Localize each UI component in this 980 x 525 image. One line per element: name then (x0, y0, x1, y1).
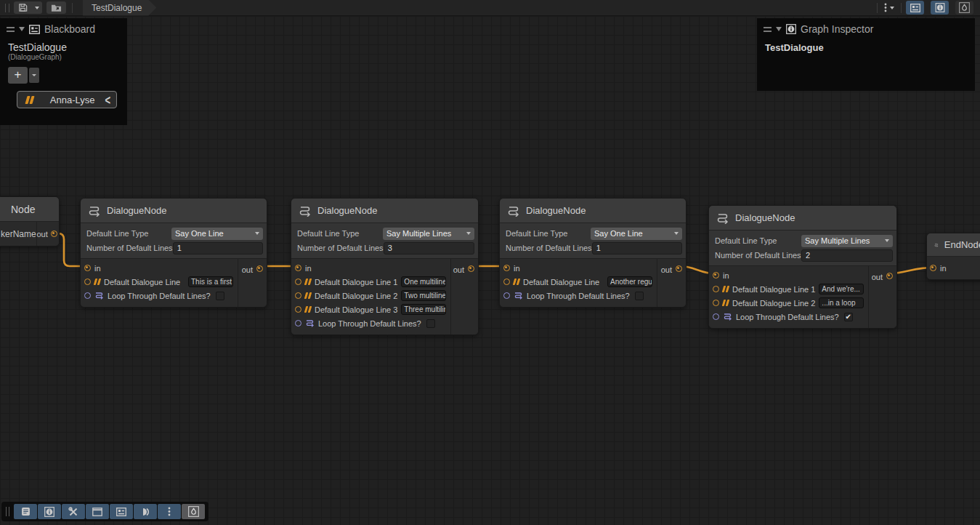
output-port[interactable] (256, 265, 263, 272)
node-title[interactable]: DialogueNode (709, 206, 896, 231)
input-port[interactable] (295, 265, 301, 271)
graph-inspector-panel[interactable]: Graph Inspector TestDialogue (757, 18, 975, 91)
dialogue-line-field[interactable]: This is a first (188, 276, 233, 287)
node-title[interactable]: DialogueNode (81, 199, 267, 223)
inspector-graph-name: TestDialogue (758, 38, 974, 53)
num-lines-field[interactable]: 1 (173, 242, 263, 255)
input-port[interactable] (713, 286, 719, 292)
open-asset-button[interactable] (46, 1, 66, 14)
blackboard-panel[interactable]: Blackboard TestDialogue (DialogueGraph) … (0, 18, 127, 125)
drag-handle-icon[interactable] (764, 27, 772, 32)
loop-input-port[interactable] (295, 320, 301, 326)
dialogue-node[interactable]: DialogueNode Default Line Type Say Multi… (291, 198, 479, 335)
loop-input-port[interactable] (84, 292, 91, 299)
input-port[interactable] (84, 265, 91, 271)
add-variable-button[interactable]: + (8, 67, 28, 84)
flame-toggle-button[interactable] (955, 1, 973, 15)
collapse-arrow-icon[interactable] (19, 27, 25, 31)
loop-row: Loop Through Default Lines? (295, 316, 450, 330)
output-port[interactable] (886, 273, 893, 279)
loop-input-port[interactable] (713, 313, 719, 320)
collapse-arrow-icon[interactable] (776, 27, 782, 31)
dialogue-line-field[interactable]: ...in a loop (819, 297, 864, 308)
toolbar-drag-handle[interactable] (6, 507, 9, 516)
num-lines-field[interactable]: 2 (801, 249, 893, 262)
input-port[interactable] (713, 300, 719, 306)
input-port[interactable] (295, 278, 301, 285)
input-port[interactable] (503, 265, 510, 271)
dialogue-node[interactable]: DialogueNode Default Line Type Say One L… (80, 198, 267, 308)
quote-icon (26, 96, 33, 104)
dialogue-line-field[interactable]: Three multilin (401, 304, 446, 315)
graph-inspector-header[interactable]: Graph Inspector (758, 19, 974, 38)
dialogue-line-row: Default Dialogue Line 2 ...in a loop (713, 296, 868, 310)
loop-checkbox[interactable] (635, 292, 644, 300)
blackboard-toggle-button[interactable] (906, 1, 924, 15)
input-port[interactable] (930, 265, 936, 271)
save-button[interactable] (14, 1, 32, 14)
info-toggle-button[interactable] (38, 504, 61, 519)
loop-input-port[interactable] (503, 292, 510, 299)
graph-canvas[interactable]: Blackboard TestDialogue (DialogueGraph) … (0, 16, 980, 525)
speaker-node-partial[interactable]: Node kerName out (0, 196, 60, 247)
toolbar-separator (72, 3, 73, 13)
node-properties: Default Line Type Say Multiple Lines Num… (709, 231, 896, 266)
dialogue-line-row: Default Dialogue Line 3 Three multilin (295, 302, 450, 316)
node-title[interactable]: Node (0, 197, 59, 222)
line-type-dropdown[interactable]: Say Multiple Lines (801, 235, 893, 247)
window-toggle-button[interactable] (86, 504, 109, 519)
dialogue-line-row: Default Dialogue Line 1 One multiline (295, 275, 450, 289)
playback-toggle-button[interactable] (134, 504, 157, 519)
node-ports: in Default Dialogue Line Another regu Lo… (500, 259, 686, 307)
options-button[interactable] (158, 504, 181, 519)
folder-open-icon (51, 4, 62, 12)
input-port[interactable] (713, 272, 719, 278)
graph-tab[interactable]: TestDialogue (83, 0, 156, 16)
toolbar-drag-handle[interactable] (5, 4, 9, 12)
input-port[interactable] (84, 278, 91, 285)
property-label: Default Line Type (297, 229, 383, 238)
input-port[interactable] (295, 306, 301, 313)
collapse-chevron-icon[interactable]: < (105, 92, 110, 108)
blackboard-title: Blackboard (44, 23, 95, 35)
node-title[interactable]: DialogueNode (291, 199, 478, 223)
output-port[interactable] (468, 265, 474, 272)
dialogue-node[interactable]: DialogueNode Default Line Type Say Multi… (708, 205, 897, 329)
blackboard-variable-anna-lyse[interactable]: Anna-Lyse < (17, 91, 117, 108)
console-toggle-button[interactable] (14, 504, 37, 519)
port-label: out (872, 273, 883, 281)
save-options-button[interactable] (32, 1, 42, 14)
num-lines-field[interactable]: 1 (592, 242, 682, 255)
flame-toggle-button[interactable] (182, 504, 205, 519)
loop-checkbox[interactable]: ✔ (844, 313, 853, 321)
blackboard-header[interactable]: Blackboard (1, 19, 126, 38)
loop-checkbox[interactable] (216, 292, 224, 300)
output-port[interactable] (51, 231, 57, 237)
blackboard-toggle-button[interactable] (110, 504, 133, 519)
graph-inspector-toggle-button[interactable] (931, 1, 949, 15)
end-node[interactable]: EndNode in (926, 233, 980, 280)
dialogue-line-field[interactable]: One multiline (401, 276, 446, 287)
input-port[interactable] (503, 278, 510, 285)
node-properties: Default Line Type Say One Line Number of… (81, 223, 267, 259)
node-title[interactable]: EndNode (927, 233, 980, 257)
add-variable-options-button[interactable] (29, 68, 39, 83)
drag-handle-icon[interactable] (7, 27, 15, 32)
num-lines-field[interactable]: 3 (384, 242, 474, 255)
loop-checkbox[interactable] (426, 319, 435, 328)
kebab-icon (884, 3, 887, 12)
flame-icon (959, 2, 970, 13)
dialogue-line-field[interactable]: Another regu (607, 276, 652, 287)
node-title[interactable]: DialogueNode (500, 199, 686, 223)
line-type-dropdown[interactable]: Say One Line (591, 228, 682, 240)
graph-options-button[interactable] (882, 3, 896, 12)
dialogue-line-field[interactable]: And we're... (819, 284, 864, 294)
tools-toggle-button[interactable] (62, 504, 85, 519)
input-port[interactable] (295, 292, 301, 299)
output-port[interactable] (676, 265, 682, 272)
dialogue-flow-icon (716, 212, 729, 224)
line-type-dropdown[interactable]: Say Multiple Lines (383, 228, 474, 240)
line-type-dropdown[interactable]: Say One Line (171, 228, 263, 240)
dialogue-line-field[interactable]: Two multiline (401, 290, 446, 301)
dialogue-node[interactable]: DialogueNode Default Line Type Say One L… (499, 198, 687, 308)
